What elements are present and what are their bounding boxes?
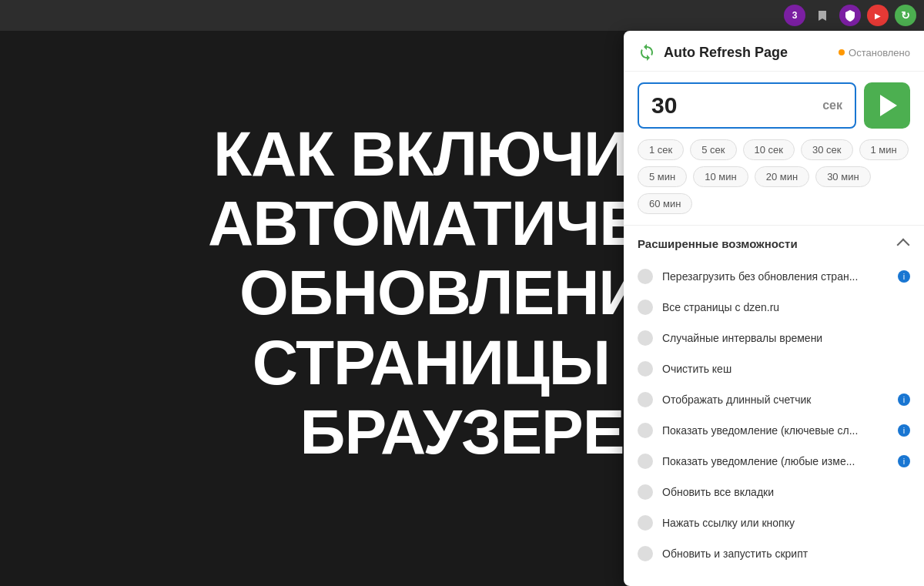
option-label-opt-all-tabs: Обновить все вкладки [662,486,910,498]
notification-icon[interactable]: 3 [784,5,805,26]
option-info-opt-notify-changes[interactable]: i [898,455,910,467]
preset-button-0[interactable]: 1 сек [638,139,684,160]
option-row-opt-notify-changes: Показать уведомление (любые изме...i [624,446,924,477]
option-row-opt-random-interval: Случайные интервалы времени [624,323,924,353]
preset-button-6[interactable]: 10 мин [693,166,748,187]
popup-title: Auto Refresh Page [664,45,831,61]
option-row-opt-notify-keyword: Показать уведомление (ключевые сл...i [624,415,924,446]
preset-button-3[interactable]: 30 сек [801,139,853,160]
option-toggle-opt-reload-no-cache[interactable] [638,269,653,284]
preset-button-5[interactable]: 5 мин [638,166,687,187]
option-row-opt-clear-cache: Очистить кеш [624,353,924,384]
ublock-icon[interactable] [839,5,861,26]
option-toggle-opt-notify-changes[interactable] [638,454,653,469]
options-list: Перезагрузить без обновления стран...iВс… [624,261,924,569]
timer-section: 30 сек [624,72,924,139]
preset-button-2[interactable]: 10 сек [743,139,795,160]
advanced-header[interactable]: Расширенные возможности [624,226,924,261]
option-label-opt-reload-no-cache: Перезагрузить без обновления стран... [662,270,889,283]
option-label-opt-notify-keyword: Показать уведомление (ключевые сл... [662,424,889,437]
option-info-opt-reload-no-cache[interactable]: i [898,270,910,283]
advanced-title: Расширенные возможности [638,237,798,250]
option-info-opt-notify-keyword[interactable]: i [898,424,910,437]
option-row-opt-long-counter: Отображать длинный счетчикi [624,384,924,415]
option-toggle-opt-random-interval[interactable] [638,330,653,346]
preset-button-4[interactable]: 1 мин [859,139,909,160]
bookmark-icon[interactable] [812,5,833,26]
option-label-opt-notify-changes: Показать уведомление (любые изме... [662,455,889,467]
option-row-opt-run-script: Обновить и запустить скрипт [624,538,924,569]
option-row-opt-all-tabs: Обновить все вкладки [624,477,924,507]
timer-unit: сек [822,99,842,112]
option-row-opt-click-link: Нажать ссылку или кнопку [624,507,924,538]
option-label-opt-click-link: Нажать ссылку или кнопку [662,517,910,529]
option-toggle-opt-all-pages[interactable] [638,300,653,315]
option-label-opt-long-counter: Отображать длинный счетчик [662,393,889,406]
popup-header: Auto Refresh Page Остановлено [624,31,924,72]
chevron-up-icon [896,236,910,250]
play-button[interactable] [864,82,910,129]
timer-value: 30 [651,92,677,119]
option-info-opt-long-counter[interactable]: i [898,393,910,406]
option-label-opt-run-script: Обновить и запустить скрипт [662,547,910,560]
option-toggle-opt-long-counter[interactable] [638,392,653,407]
preset-button-9[interactable]: 60 мин [638,193,692,214]
option-toggle-opt-all-tabs[interactable] [638,484,653,500]
option-toggle-opt-run-script[interactable] [638,546,653,561]
advanced-section: Расширенные возможности Перезагрузить бе… [624,225,924,586]
status-badge: Остановлено [839,47,910,59]
option-toggle-opt-clear-cache[interactable] [638,361,653,377]
popup-panel: Auto Refresh Page Остановлено 30 сек 1 с… [624,31,924,586]
extension-icon[interactable]: ↻ [895,5,916,26]
option-toggle-opt-click-link[interactable] [638,515,653,531]
option-toggle-opt-notify-keyword[interactable] [638,423,653,438]
presets-container: 1 сек5 сек10 сек30 сек1 мин5 мин10 мин20… [624,139,924,225]
preset-button-1[interactable]: 5 сек [690,139,736,160]
option-label-opt-all-pages: Все страницы с dzen.ru [662,301,910,313]
popup-icon [638,43,656,62]
status-dot [839,49,845,55]
timer-input[interactable]: 30 сек [638,82,856,129]
option-label-opt-random-interval: Случайные интервалы времени [662,332,910,344]
youtube-icon[interactable]: ▶ [867,5,889,26]
option-label-opt-clear-cache: Очистить кеш [662,363,910,375]
option-row-opt-reload-no-cache: Перезагрузить без обновления стран...i [624,261,924,292]
preset-button-7[interactable]: 20 мин [755,166,809,187]
browser-toolbar: 3 ▶ ↻ [0,0,924,31]
status-label: Остановлено [849,47,910,59]
preset-button-8[interactable]: 30 мин [815,166,870,187]
option-row-opt-all-pages: Все страницы с dzen.ru [624,292,924,323]
play-icon [880,95,897,116]
